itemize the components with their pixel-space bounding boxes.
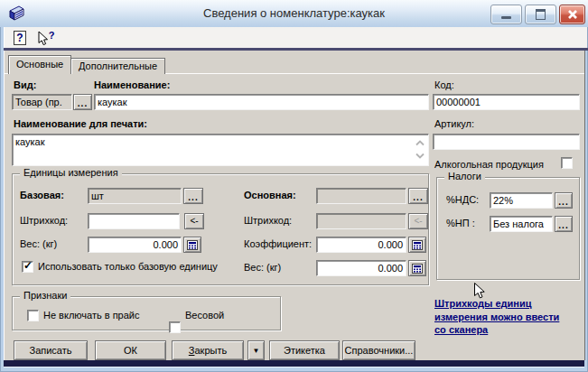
taxes-group: Налоги %НДС: 22% ... %НП : Без налога ..… (436, 177, 580, 280)
vid-browse-button[interactable]: ... (73, 94, 92, 110)
print-name-field[interactable]: каукак (12, 134, 429, 166)
coeff-field[interactable]: 0.000 (316, 237, 406, 253)
units-group-title: Единицы измерения (20, 167, 122, 178)
close-dialog-button[interactable]: Закрыть (172, 340, 244, 360)
restore-icon (536, 9, 546, 20)
label-button[interactable]: Этикетка (269, 340, 340, 360)
check-icon: ✓ (23, 259, 33, 272)
by-weight-label: Весовой (185, 310, 224, 321)
articul-field[interactable] (433, 134, 580, 150)
coeff-calc-button[interactable] (408, 237, 426, 253)
chevron-down-icon: ▼ (253, 347, 260, 355)
no-price-label: Не включать в прайс (43, 310, 140, 321)
flags-group-title: Признаки (20, 290, 70, 301)
by-weight-checkbox[interactable]: ✓ (169, 321, 181, 333)
base-unit-label: Базовая: (20, 190, 64, 200)
dialog-toolbar: ? ? (4, 27, 587, 48)
back-arrow-icon: <- (190, 217, 198, 226)
weight2-label: Вес: (кг) (244, 262, 281, 273)
base-unit-browse-button[interactable]: ... (183, 188, 203, 204)
weight1-field[interactable]: 0.000 (88, 237, 182, 253)
scroll-down-icon[interactable] (415, 153, 425, 159)
ellipsis-icon: ... (78, 99, 88, 108)
main-unit-label: Основная: (244, 190, 296, 200)
vat-label: %НДС: (446, 194, 479, 205)
np-browse-button[interactable]: ... (555, 216, 573, 232)
barcode1-label: Штрихкод: (20, 215, 68, 226)
minimize-button[interactable] (490, 5, 522, 24)
ok-button[interactable]: ОК (95, 340, 166, 360)
base-unit-field[interactable]: шт (88, 188, 182, 204)
vid-field[interactable]: Товар (пр. (12, 94, 72, 110)
ellipsis-icon: ... (413, 193, 423, 202)
calculator-icon (187, 240, 198, 250)
tab-osnovnye[interactable]: Основные (8, 55, 71, 74)
weight2-calc-button[interactable] (408, 260, 426, 276)
flags-group: Признаки ✓ Не включать в прайс ✓ Весовой (12, 296, 281, 330)
minimize-icon (501, 16, 511, 19)
code-field[interactable]: 00000001 (433, 94, 580, 110)
barcode2-scan-button: <- (408, 213, 428, 229)
vid-label: Вид: (14, 79, 36, 90)
np-label: %НП : (446, 218, 475, 228)
code-label: Код: (434, 79, 454, 90)
ellipsis-icon: ... (558, 221, 568, 230)
alcohol-label: Алкогольная продукция (434, 159, 544, 170)
tab-dopolnitelnye[interactable]: Дополнительные (70, 58, 165, 74)
weight1-calc-button[interactable] (183, 237, 201, 253)
close-icon (567, 9, 578, 20)
only-base-label: Использовать только базовую единицу (38, 261, 218, 272)
name-field[interactable]: каукак (94, 94, 429, 110)
ellipsis-icon: ... (188, 193, 198, 202)
frame-highlight (4, 367, 584, 367)
barcode1-field[interactable] (88, 213, 180, 229)
barcode-scanner-hint-link[interactable]: Штрихкоды единиц измерения можно ввести … (434, 297, 584, 337)
no-price-checkbox[interactable]: ✓ (27, 310, 39, 321)
weight1-label: Вес: (кг) (20, 238, 57, 249)
coeff-label: Коэффициент: (244, 238, 312, 249)
help-icon[interactable]: ? (12, 30, 28, 46)
vat-field[interactable]: 22% (490, 192, 553, 209)
close-dropdown-button[interactable]: ▼ (247, 340, 265, 360)
alcohol-checkbox[interactable]: ✓ (561, 157, 573, 169)
barcode2-field (316, 213, 406, 229)
main-unit-browse-button[interactable]: ... (408, 188, 428, 204)
back-arrow-icon: <- (414, 217, 422, 226)
context-help-icon[interactable]: ? (36, 30, 58, 46)
calculator-icon (412, 264, 423, 274)
main-unit-field[interactable] (316, 188, 406, 204)
taxes-group-title: Налоги (444, 171, 485, 181)
barcode1-scan-button[interactable]: <- (184, 213, 204, 229)
svg-text:?: ? (49, 30, 55, 41)
mdi-background-strip (4, 360, 584, 367)
save-button[interactable]: Записать (14, 340, 88, 360)
ellipsis-icon: ... (558, 198, 568, 207)
units-group: Единицы измерения Базовая: шт ... Штрихк… (12, 173, 429, 285)
close-button[interactable] (559, 5, 585, 24)
titlebar: Сведения о номенклатуре:каукак (0, 0, 588, 27)
references-button[interactable]: Справочники... (342, 340, 415, 360)
articul-label: Артикул: (434, 118, 474, 129)
only-base-checkbox[interactable]: ✓ (22, 261, 33, 273)
restore-button[interactable] (525, 5, 556, 24)
dialog-client-area: Основные Дополнительные Вид: Наименовани… (4, 51, 585, 360)
barcode2-label: Штрихкод: (244, 215, 292, 226)
np-field[interactable]: Без налога (490, 216, 553, 232)
scroll-up-icon[interactable] (415, 140, 425, 146)
svg-text:?: ? (16, 32, 23, 44)
weight2-field[interactable]: 0.000 (316, 260, 406, 276)
calculator-icon (412, 240, 423, 250)
mouse-cursor-icon (473, 282, 486, 300)
vat-browse-button[interactable]: ... (555, 192, 573, 209)
name-label: Наименование: (94, 79, 170, 90)
print-name-label: Наименование для печати: (14, 118, 147, 129)
